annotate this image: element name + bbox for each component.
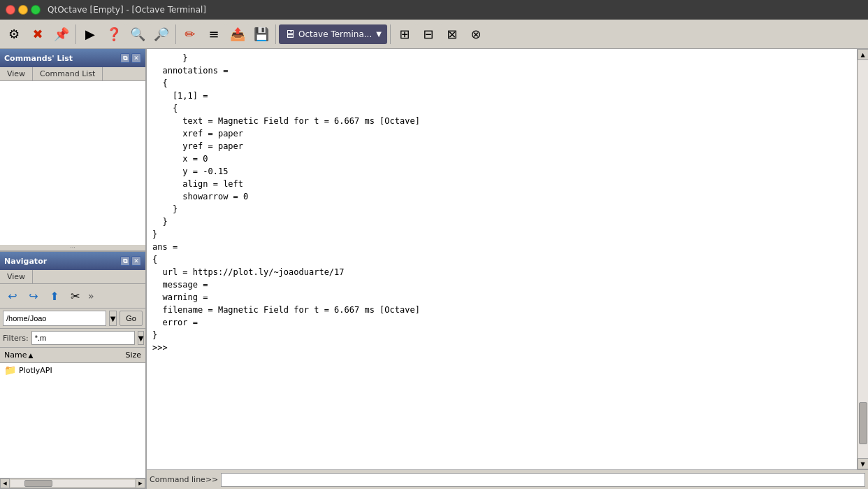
path-input[interactable] [3, 311, 106, 326]
file-col-name[interactable]: Name ▲ [0, 349, 121, 361]
file-list: 📁 PlotlyAPI [0, 363, 145, 478]
commands-panel-title: Commands' List [4, 54, 73, 63]
command-line-label: Command line>> [150, 475, 218, 484]
settings-button[interactable]: ⚙ [3, 23, 25, 45]
vscroll-up-btn[interactable]: ▲ [858, 49, 869, 60]
go-button[interactable]: Go [120, 311, 143, 326]
terminal-line: warning = [147, 291, 857, 304]
terminal-line: [1,1] = [147, 90, 857, 102]
window-title: QtOctave [Empty] - [Octave Terminal] [48, 5, 206, 15]
command-line-input[interactable] [221, 473, 865, 487]
navigator-panel-buttons: ⧉ ✕ [120, 256, 141, 266]
toolbar-separator-4 [390, 24, 391, 44]
commands-view-tab[interactable]: View [0, 67, 33, 80]
terminal-line: error = [147, 316, 857, 329]
terminal-line: align = left [147, 178, 857, 190]
terminal-line: } [147, 52, 857, 64]
commands-list-tab[interactable]: Command List [33, 67, 103, 80]
file-item-name: PlotlyAPI [19, 366, 52, 375]
terminal-with-scroll: } annotations = { [1,1] = { text = Magne… [147, 49, 868, 469]
navigator-panel-float-btn[interactable]: ⧉ [120, 256, 130, 266]
terminal-line: url = https://plot.ly/~joaoduarte/17 [147, 266, 857, 278]
find-button[interactable]: 🔍 [126, 23, 149, 45]
terminal-line: yref = paper [147, 140, 857, 153]
terminal-line: } [147, 215, 857, 228]
minimize-panel-button[interactable]: ⊟ [417, 23, 440, 45]
vscroll-thumb[interactable] [859, 402, 867, 444]
terminal-tab[interactable]: 🖥 Octave Termina... ▼ [279, 24, 387, 44]
terminal-dropdown-icon[interactable]: ▼ [376, 30, 382, 38]
terminal-line: } [147, 329, 857, 341]
terminal-content[interactable]: } annotations = { [1,1] = { text = Magne… [147, 49, 857, 469]
list-button[interactable]: ≡ [203, 23, 225, 45]
commands-panel-content [0, 81, 145, 245]
navigator-panel: Navigator ⧉ ✕ View ↩ ↪ ⬆ ✂ » ▼ Go [0, 252, 145, 489]
file-col-name-label: Name [4, 350, 27, 360]
file-col-sort-icon: ▲ [28, 352, 33, 359]
commands-panel-close-btn[interactable]: ✕ [131, 53, 141, 63]
terminal-line: } [147, 203, 857, 215]
commands-panel-header: Commands' List ⧉ ✕ [0, 49, 145, 67]
new-window-button[interactable]: ⊞ [393, 23, 416, 45]
edit-button[interactable]: ✏ [179, 23, 201, 45]
hscroll-thumb[interactable] [24, 480, 52, 487]
filters-input[interactable] [31, 331, 135, 345]
vertical-scrollbar[interactable]: ▲ ▼ [857, 49, 868, 469]
save-button[interactable]: 💾 [250, 23, 273, 45]
terminal-line: message = [147, 278, 857, 291]
nav-back-button[interactable]: ↩ [3, 286, 22, 306]
terminal-line: { [147, 102, 857, 115]
close-panel-button[interactable]: ⊗ [465, 23, 487, 45]
navigator-panel-tabs: View [0, 270, 145, 284]
navigator-view-tab[interactable]: View [0, 270, 33, 283]
file-col-size-label: Size [125, 350, 141, 360]
path-dropdown-btn[interactable]: ▼ [109, 311, 117, 326]
bookmark-button[interactable]: 📌 [50, 23, 73, 45]
help-button[interactable]: ❓ [103, 23, 125, 45]
terminal-line: } [147, 228, 857, 241]
commands-panel-float-btn[interactable]: ⧉ [120, 53, 130, 63]
terminal-line: { [147, 77, 857, 90]
terminal-line: showarrow = 0 [147, 190, 857, 203]
minimize-button[interactable] [18, 5, 28, 15]
run-button[interactable]: ▶ [79, 23, 101, 45]
export-button[interactable]: 📤 [226, 23, 249, 45]
restore-panel-button[interactable]: ⊠ [441, 23, 463, 45]
path-row: ▼ Go [0, 309, 145, 329]
nav-cut-button[interactable]: ✂ [66, 286, 85, 306]
maximize-button[interactable] [31, 5, 41, 15]
window-controls [6, 5, 41, 15]
file-col-size[interactable]: Size [121, 349, 145, 361]
navigator-panel-close-btn[interactable]: ✕ [131, 256, 141, 266]
terminal-line: text = Magnetic Field for t = 6.667 ms [… [147, 115, 857, 127]
filters-dropdown-btn[interactable]: ▼ [138, 331, 145, 345]
terminal-line: filename = Magnetic Field for t = 6.667 … [147, 304, 857, 316]
hscroll-right-btn[interactable]: ▶ [136, 479, 145, 488]
hscroll-left-btn[interactable]: ◀ [0, 479, 10, 488]
hscroll-track[interactable] [10, 480, 135, 487]
filters-row: Filters: ▼ [0, 329, 145, 348]
nav-up-button[interactable]: ⬆ [45, 286, 64, 306]
left-panels: Commands' List ⧉ ✕ View Command List ···… [0, 49, 147, 489]
navigator-panel-title: Navigator [4, 257, 47, 266]
folder-icon: 📁 [4, 364, 16, 376]
vscroll-down-btn[interactable]: ▼ [858, 458, 869, 469]
filters-label: Filters: [3, 334, 29, 343]
toolbar-separator-1 [75, 24, 76, 44]
horizontal-scrollbar[interactable]: ◀ ▶ [0, 478, 145, 488]
vscroll-track[interactable] [858, 60, 868, 458]
nav-forward-button[interactable]: ↪ [24, 286, 43, 306]
terminal-line: y = -0.15 [147, 165, 857, 178]
file-item-plotlyapi[interactable]: 📁 PlotlyAPI [0, 363, 145, 377]
zoom-button[interactable]: 🔎 [150, 23, 173, 45]
nav-more-button[interactable]: » [87, 290, 96, 302]
stop-button[interactable]: ✖ [27, 23, 49, 45]
terminal-line: ans = [147, 241, 857, 253]
main-layout: Commands' List ⧉ ✕ View Command List ···… [0, 49, 868, 489]
terminal-line: annotations = [147, 64, 857, 77]
terminal-line: xref = paper [147, 127, 857, 140]
toolbar-separator-2 [175, 24, 176, 44]
terminal-area: } annotations = { [1,1] = { text = Magne… [147, 49, 868, 489]
commands-panel-resize-handle[interactable]: ··· [0, 245, 145, 250]
close-button[interactable] [6, 5, 15, 15]
